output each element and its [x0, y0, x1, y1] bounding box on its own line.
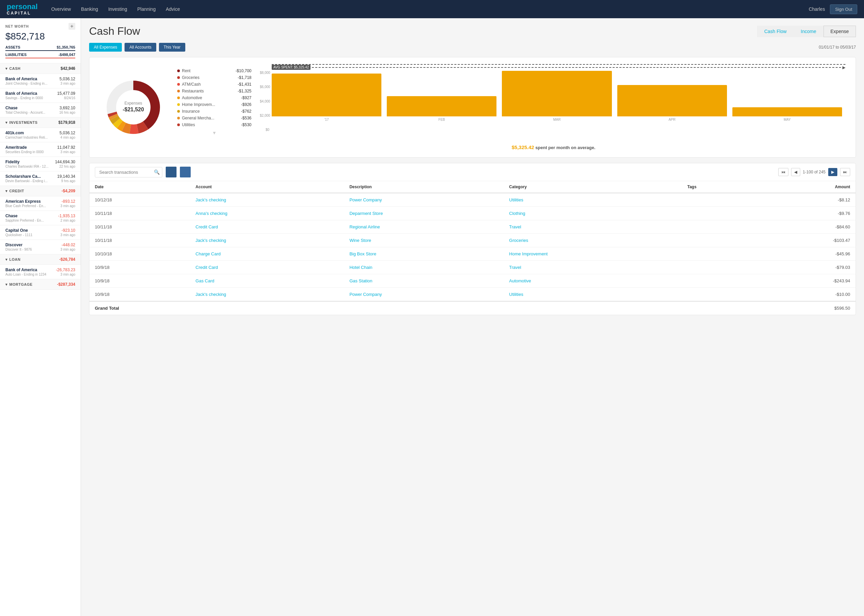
list-item[interactable]: Bank of America5,036.12 Joint Checking -…: [0, 74, 81, 88]
cell-account: Jack's checking: [190, 193, 344, 207]
transactions-table: Date Account Description Category Tags A…: [90, 181, 856, 315]
cell-amount: -$9.76: [754, 207, 856, 220]
header: personal CAPITAL Overview Banking Invest…: [0, 0, 864, 18]
signout-button[interactable]: Sign Out: [830, 5, 857, 14]
list-item[interactable]: 401k.com5,036.12 Carmichael Industries R…: [0, 128, 81, 142]
search-icon: 🔍: [154, 169, 160, 175]
cell-account: Jack's checking: [190, 234, 344, 247]
nav-investing[interactable]: Investing: [109, 5, 127, 14]
table-row[interactable]: 10/11/18 Credit Card Regional Airline Tr…: [90, 220, 856, 234]
page-first-button[interactable]: ⏮: [778, 168, 788, 176]
section-mortgage-header[interactable]: ▾ MORTGAGE -$287,334: [0, 279, 81, 290]
page-next-button[interactable]: ▶: [828, 168, 837, 176]
bar-feb: FEB: [387, 71, 496, 121]
cell-category: Utilities: [504, 288, 682, 302]
list-item[interactable]: Fidelity144,694.30 Charles Bartowski IRA…: [0, 157, 81, 171]
list-item[interactable]: Chase3,692.10 Total Checking - Account..…: [0, 103, 81, 118]
nav-overview[interactable]: Overview: [51, 5, 71, 14]
list-item[interactable]: Discover-448.02 Discover It - 98763 min …: [0, 240, 81, 255]
main-content: Cash Flow Cash Flow Income Expense All E…: [81, 18, 864, 616]
cell-date: 10/9/18: [90, 261, 190, 274]
all-expenses-button[interactable]: All Expenses: [89, 43, 122, 52]
list-item[interactable]: Ameritrade11,047.92 Securities Ending in…: [0, 142, 81, 157]
chart-area: Expenses -$21,520 Rent -$10,700 Grocerie…: [89, 57, 856, 157]
user-menu-button[interactable]: Charles: [809, 6, 825, 12]
cell-tags: [682, 247, 754, 261]
list-item[interactable]: American Express-893.12 Blue Cash Prefer…: [0, 196, 81, 211]
table-row[interactable]: 10/12/18 Jack's checking Power Company U…: [90, 193, 856, 207]
view-list-button[interactable]: [166, 167, 176, 178]
tab-cashflow[interactable]: Cash Flow: [757, 26, 793, 37]
section-credit-header[interactable]: ▾ CREDIT -$4,209: [0, 186, 81, 196]
table-row[interactable]: 10/11/18 Anna's checking Deparment Store…: [90, 207, 856, 220]
bar-may: MAY: [732, 71, 842, 121]
donut-center-label: Expenses: [124, 101, 142, 105]
grand-total-label: Grand Total: [90, 301, 754, 315]
page-prev-button[interactable]: ◀: [791, 168, 800, 176]
cell-desc: Deparment Store: [344, 207, 504, 220]
list-item[interactable]: Bank of America-26,783.23 Auto Loan - En…: [0, 265, 81, 279]
net-worth-value: $852,718: [5, 31, 75, 42]
cell-desc: Wine Store: [344, 234, 504, 247]
cash-accounts: Bank of America5,036.12 Joint Checking -…: [0, 74, 81, 118]
cell-account: Charge Card: [190, 247, 344, 261]
cell-amount: -$79.03: [754, 261, 856, 274]
legend-expand-icon[interactable]: ▾: [213, 130, 216, 136]
col-tags: Tags: [682, 181, 754, 193]
cell-account: Jack's checking: [190, 288, 344, 302]
table-row[interactable]: 10/9/18 Jack's checking Power Company Ut…: [90, 288, 856, 302]
table-row[interactable]: 10/9/18 Gas Card Gas Station Automotive …: [90, 274, 856, 288]
cell-date: 10/9/18: [90, 288, 190, 302]
cell-account: Anna's checking: [190, 207, 344, 220]
cell-date: 10/11/18: [90, 220, 190, 234]
nav-banking[interactable]: Banking: [81, 5, 98, 14]
section-cash-header[interactable]: ▾ CASH $42,946: [0, 63, 81, 74]
cell-category: Home Improvement: [504, 247, 682, 261]
page-title: Cash Flow: [89, 25, 140, 38]
tab-expense[interactable]: Expense: [823, 26, 856, 37]
list-item[interactable]: Chase-1,935.13 Sapphire Preferred - En..…: [0, 211, 81, 225]
cell-category: Automotive: [504, 274, 682, 288]
section-investments-header[interactable]: ▾ INVESTMENTS $179,918: [0, 118, 81, 128]
section-loan-header[interactable]: ▾ LOAN -$26,784: [0, 255, 81, 265]
nav-planning[interactable]: Planning: [137, 5, 156, 14]
cell-category: Travel: [504, 220, 682, 234]
page-tabs: Cash Flow Income Expense: [757, 26, 856, 37]
tab-income[interactable]: Income: [794, 26, 823, 37]
nav-advice[interactable]: Advice: [166, 5, 180, 14]
page-last-button[interactable]: ⏭: [840, 168, 850, 176]
bar-jan-fill: [272, 74, 381, 117]
cell-category: Travel: [504, 261, 682, 274]
all-accounts-button[interactable]: All Accounts: [124, 43, 156, 52]
col-description: Description: [344, 181, 504, 193]
filter-bar: All Expenses All Accounts This Year 01/0…: [89, 43, 856, 52]
cell-desc: Hotel Chain: [344, 261, 504, 274]
list-item[interactable]: Bank of America15,477.09 Savings - Endin…: [0, 88, 81, 103]
table-row[interactable]: 10/9/18 Credit Card Hotel Chain Travel -…: [90, 261, 856, 274]
table-row[interactable]: 10/11/18 Jack's checking Wine Store Groc…: [90, 234, 856, 247]
search-input[interactable]: [95, 167, 162, 178]
bar-jan: '17: [272, 71, 381, 121]
search-wrap: 🔍: [95, 167, 162, 178]
list-item[interactable]: Scholarshare Ca...19,140.34 Devin Bartow…: [0, 171, 81, 186]
this-year-button[interactable]: This Year: [159, 43, 185, 52]
cell-tags: [682, 234, 754, 247]
cell-account: Credit Card: [190, 261, 344, 274]
bar-apr: APR: [617, 71, 727, 121]
cell-tags: [682, 261, 754, 274]
view-grid-button[interactable]: [180, 167, 191, 178]
cell-tags: [682, 220, 754, 234]
cell-amount: -$84.60: [754, 220, 856, 234]
transaction-toolbar: 🔍 ⏮ ◀ 1-100 of 245 ▶ ⏭: [90, 163, 856, 181]
header-right: Charles Sign Out: [809, 5, 857, 14]
date-range: 01/01/17 to 05/03/17: [819, 45, 856, 50]
table-row[interactable]: 10/10/18 Charge Card Big Box Store Home …: [90, 247, 856, 261]
cell-desc: Big Box Store: [344, 247, 504, 261]
add-account-button[interactable]: +: [69, 23, 75, 30]
bar-feb-fill: [387, 96, 496, 116]
list-item[interactable]: Capital One-923.10 Quicksilver - 11113 m…: [0, 225, 81, 240]
cell-date: 10/9/18: [90, 274, 190, 288]
cell-tags: [682, 274, 754, 288]
cell-desc: Gas Station: [344, 274, 504, 288]
credit-accounts: American Express-893.12 Blue Cash Prefer…: [0, 196, 81, 255]
